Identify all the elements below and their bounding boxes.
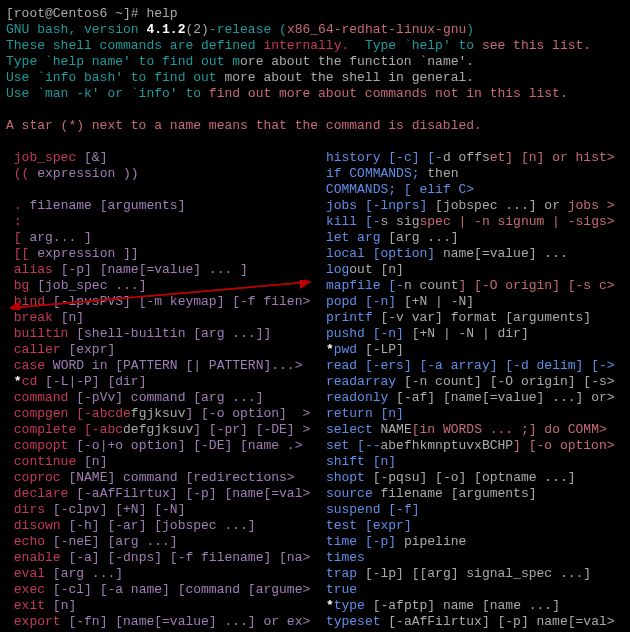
terminal[interactable]: [root@Centos6 ~]# help GNU bash, version… bbox=[0, 0, 630, 632]
